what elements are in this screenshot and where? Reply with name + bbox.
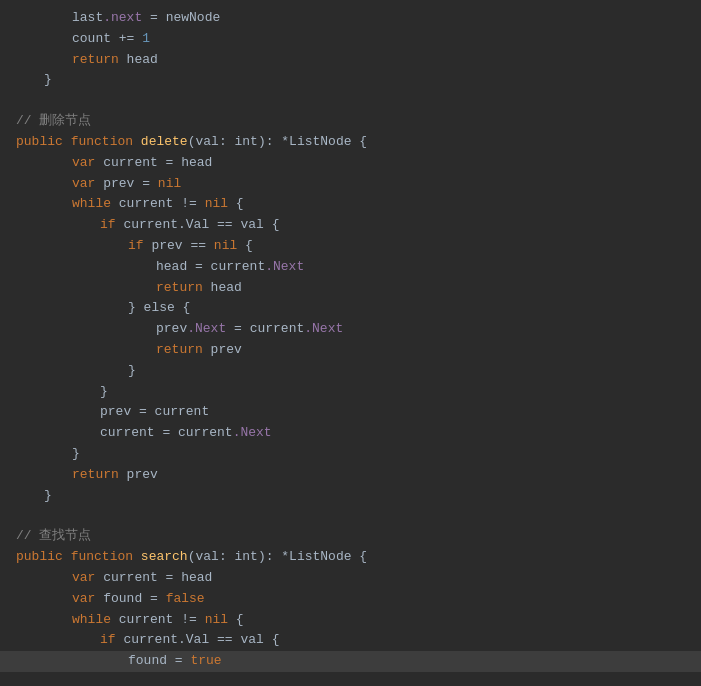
code-line: }: [0, 361, 701, 382]
code-line: public function search(val: int): *ListN…: [0, 547, 701, 568]
code-line: }: [0, 70, 701, 91]
code-line: // 查找节点: [0, 526, 701, 547]
code-line: return prev: [0, 465, 701, 486]
code-line: var current = head: [0, 153, 701, 174]
code-line: // 删除节点: [0, 111, 701, 132]
code-line: }: [0, 382, 701, 403]
code-line: prev.Next = current.Next: [0, 319, 701, 340]
code-line: return head: [0, 50, 701, 71]
code-line: if current.Val == val {: [0, 630, 701, 651]
code-line: [0, 91, 701, 111]
code-line: while current != nil {: [0, 194, 701, 215]
code-line: return prev: [0, 340, 701, 361]
code-editor: last.next = newNode count += 1 return he…: [0, 0, 701, 680]
code-line: var current = head: [0, 568, 701, 589]
code-line: var found = false: [0, 589, 701, 610]
code-line: if prev == nil {: [0, 236, 701, 257]
code-line: while current != nil {: [0, 610, 701, 631]
code-line: return head: [0, 278, 701, 299]
code-line: public function delete(val: int): *ListN…: [0, 132, 701, 153]
code-line: current = current.Next: [0, 423, 701, 444]
code-line-highlighted: found = true: [0, 651, 701, 672]
code-line: var prev = nil: [0, 174, 701, 195]
code-line: if current.Val == val {: [0, 215, 701, 236]
code-line: }: [0, 486, 701, 507]
code-line: last.next = newNode: [0, 8, 701, 29]
code-line: head = current.Next: [0, 257, 701, 278]
code-line: prev = current: [0, 402, 701, 423]
code-line: count += 1: [0, 29, 701, 50]
code-line: } else {: [0, 298, 701, 319]
code-line: }: [0, 444, 701, 465]
code-line: [0, 506, 701, 526]
